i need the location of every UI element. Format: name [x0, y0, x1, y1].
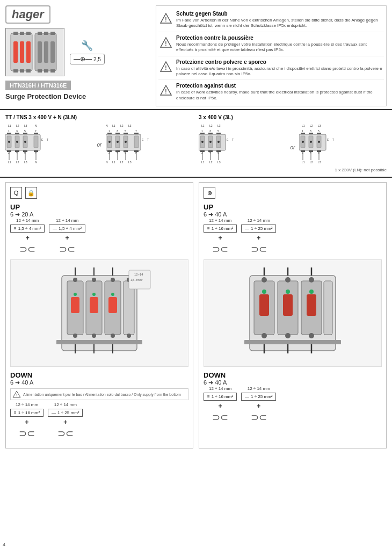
wire-box-8: — 1 ÷ 25 mm²: [241, 393, 276, 401]
wire-box-4: — 1 ÷ 25 mm²: [48, 409, 83, 417]
wire-spec-6: 12 ÷ 14 mm — 1 ÷ 25 mm² + ⊃⊂: [241, 218, 276, 255]
svg-point-117: [201, 141, 204, 143]
svg-point-182: [92, 293, 96, 296]
wire-dim-4: 12 ÷ 14 mm: [54, 402, 77, 407]
wire-spec-val-7: 1 ÷ 16 mm²: [212, 394, 233, 399]
down-label-right: DOWN: [204, 371, 382, 379]
amperage-right-up: 6 ➜ 40 A: [204, 211, 382, 218]
svg-text:7: 7: [135, 129, 137, 133]
product-model: HTN316H / HTN316E: [5, 81, 71, 90]
device-image: [5, 28, 64, 76]
svg-text:L1: L1: [302, 124, 305, 127]
down-section-left: DOWN 6 ➜ 40 A ! Alimentation uniquement …: [10, 371, 188, 439]
svg-text:L1: L1: [112, 124, 115, 127]
svg-text:1,5÷4mm²: 1,5÷4mm²: [130, 278, 143, 281]
svg-text:N: N: [106, 161, 108, 164]
svg-point-175: [92, 334, 96, 338]
svg-rect-9: [20, 41, 24, 63]
svg-text:E: E: [142, 138, 144, 141]
wrench-icon: 🔧: [81, 40, 93, 52]
svg-text:L2: L2: [209, 161, 213, 164]
wiring-diagram-3: L1 L2 L3 1 3 5 E T: [199, 122, 286, 167]
svg-text:!: !: [165, 65, 166, 71]
warn-body-it: In caso di attività e/o lavori in prossi…: [176, 66, 384, 77]
svg-text:L3: L3: [128, 161, 132, 164]
svg-point-212: [309, 290, 314, 294]
warn-text-it: Protezione contro polvere e sporco In ca…: [176, 59, 384, 77]
wire-specs-left-up: 12 ÷ 14 mm ≡ 1,5 ÷ 4 mm² + ⊃⊂ 12 ÷ 14 mm…: [10, 218, 188, 255]
svg-text:L3: L3: [128, 124, 132, 127]
warn-icon-en: !: [158, 83, 173, 98]
brand-logo: hager: [5, 5, 50, 24]
svg-text:7: 7: [35, 129, 37, 133]
lock-icon: 🔒: [25, 187, 37, 199]
svg-point-202: [285, 277, 291, 283]
wiring-diagram-2: N L1 L2 L3 1 3 5 7: [106, 122, 193, 167]
wire-icon-7: ≡: [207, 394, 210, 399]
svg-text:L1: L1: [201, 124, 205, 127]
svg-text:L1: L1: [8, 124, 11, 127]
wiring-block-right: 3 x 400 V (3L) L1 L2 L3 1 3 5: [199, 114, 387, 172]
svg-text:L2: L2: [310, 124, 313, 127]
svg-point-46: [16, 141, 18, 143]
wiring-diagrams-right: L1 L2 L3 1 3 5 E T: [199, 122, 387, 172]
wire-icon-5: ≡: [207, 226, 210, 231]
warning-row-fr: ! Protection contre la poussière Nous re…: [158, 32, 384, 56]
svg-text:L1: L1: [302, 161, 305, 164]
or-label-right: or: [291, 144, 295, 150]
wire-box-7: ≡ 1 ÷ 16 mm²: [204, 393, 237, 401]
warn-body-fr: Nous recommandons de protéger votre inst…: [176, 42, 384, 53]
svg-rect-95: [134, 150, 139, 152]
wire-dim-7: 12 ÷ 14 mm: [209, 386, 231, 391]
wire-dim-2: 12 ÷ 14 mm: [56, 218, 78, 223]
svg-text:1: 1: [201, 129, 203, 133]
wire-spec-1: 12 ÷ 14 mm ≡ 1,5 ÷ 4 mm² + ⊃⊂: [10, 218, 45, 255]
warning-row-de: ! Schutz gegen Staub Im Falle von Arbeit…: [158, 8, 384, 32]
plus-6: +: [257, 234, 260, 242]
top-left-panel: hager: [5, 5, 150, 106]
wire-box-5: ≡ 1 ÷ 16 mm²: [204, 225, 237, 233]
svg-point-84: [117, 141, 119, 143]
svg-rect-196: [244, 340, 341, 344]
connector-icon-4: ⊃⊂: [57, 428, 74, 439]
svg-text:L1: L1: [8, 161, 11, 164]
up-label-right: UP: [204, 203, 382, 211]
svg-point-210: [262, 290, 266, 294]
wire-spec-val-5: 1 ÷ 16 mm²: [212, 226, 233, 231]
svg-point-203: [309, 277, 314, 283]
svg-text:L2: L2: [209, 124, 213, 127]
svg-text:5: 5: [318, 129, 320, 133]
top-section: hager: [0, 0, 392, 110]
svg-rect-12: [44, 41, 48, 63]
svg-rect-200: [324, 281, 332, 335]
svg-point-83: [108, 141, 111, 143]
svg-rect-180: [108, 297, 117, 313]
plus-3: +: [25, 418, 29, 426]
amperage-left-up: 6 ➜ 20 A: [10, 211, 188, 218]
svg-text:E: E: [227, 138, 229, 141]
connector-icon-2: ⊃⊂: [59, 243, 75, 255]
svg-point-147: [302, 141, 304, 143]
svg-text:L1: L1: [201, 161, 205, 164]
svg-point-45: [8, 141, 10, 143]
svg-rect-165: [56, 340, 142, 344]
svg-point-118: [209, 141, 212, 143]
svg-rect-179: [90, 297, 98, 313]
svg-rect-55: [15, 150, 19, 152]
warning-note-text: Alimentation uniquement par le bas / Ali…: [23, 393, 181, 396]
svg-point-47: [24, 141, 26, 143]
torque-spec: —⊕— 2,5: [70, 54, 105, 64]
up-label-left: UP: [10, 203, 188, 211]
wiring-note: 1 x 230V (LN): not possible: [299, 168, 387, 172]
svg-text:L1: L1: [112, 161, 115, 164]
product-description: Surge Protection Device: [5, 92, 150, 102]
svg-text:1: 1: [108, 129, 110, 133]
svg-rect-2: [13, 32, 18, 35]
svg-text:L3: L3: [24, 161, 27, 164]
svg-rect-13: [50, 41, 55, 63]
bottom-section: Q 🔒 UP 6 ➜ 20 A 12 ÷ 14 mm ≡ 1,5 ÷ 4 mm²…: [0, 178, 392, 453]
wire-spec-val-3: 1 ÷ 16 mm²: [18, 410, 40, 415]
svg-rect-19: [50, 69, 55, 73]
wire-specs-left-down: 12 ÷ 14 mm ≡ 1 ÷ 16 mm² + ⊃⊂ 12 ÷ 14 mm …: [10, 402, 188, 439]
wiring-title-right: 3 x 400 V (3L): [199, 114, 387, 120]
